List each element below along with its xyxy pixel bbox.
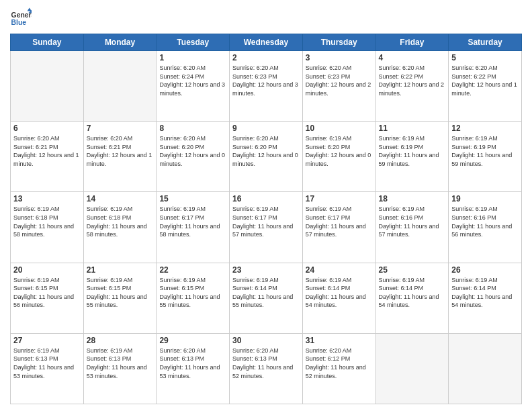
svg-text:Blue: Blue [11, 19, 27, 26]
calendar-cell: 21Sunrise: 6:19 AMSunset: 6:15 PMDayligh… [83, 263, 157, 333]
page: General Blue SundayMondayTuesdayWednesda… [0, 0, 532, 411]
calendar-header-row: SundayMondayTuesdayWednesdayThursdayFrid… [11, 34, 522, 51]
calendar-week-row: 20Sunrise: 6:19 AMSunset: 6:15 PMDayligh… [11, 263, 522, 333]
day-header-friday: Friday [375, 34, 449, 51]
calendar-cell [11, 51, 84, 122]
cell-sun-info: Sunrise: 6:20 AMSunset: 6:13 PMDaylight:… [232, 347, 300, 380]
day-number: 23 [232, 265, 300, 275]
calendar-cell: 1Sunrise: 6:20 AMSunset: 6:24 PMDaylight… [157, 51, 230, 122]
cell-sun-info: Sunrise: 6:19 AMSunset: 6:14 PMDaylight:… [451, 276, 519, 310]
calendar-cell [375, 333, 449, 404]
cell-sun-info: Sunrise: 6:20 AMSunset: 6:20 PMDaylight:… [232, 134, 300, 168]
day-number: 22 [159, 265, 226, 275]
calendar-cell: 24Sunrise: 6:19 AMSunset: 6:14 PMDayligh… [302, 263, 375, 333]
day-header-thursday: Thursday [302, 34, 375, 51]
calendar-cell: 25Sunrise: 6:19 AMSunset: 6:14 PMDayligh… [375, 263, 449, 333]
header: General Blue [10, 7, 522, 28]
calendar-cell: 27Sunrise: 6:19 AMSunset: 6:13 PMDayligh… [11, 333, 84, 404]
calendar-cell: 5Sunrise: 6:20 AMSunset: 6:22 PMDaylight… [449, 51, 522, 122]
cell-sun-info: Sunrise: 6:19 AMSunset: 6:17 PMDaylight:… [232, 205, 300, 238]
day-number: 28 [87, 336, 154, 345]
calendar-cell: 29Sunrise: 6:20 AMSunset: 6:13 PMDayligh… [157, 333, 230, 404]
calendar-cell: 14Sunrise: 6:19 AMSunset: 6:18 PMDayligh… [83, 192, 157, 263]
day-number: 20 [13, 265, 81, 275]
day-number: 7 [87, 124, 154, 133]
cell-sun-info: Sunrise: 6:20 AMSunset: 6:22 PMDaylight:… [379, 64, 446, 97]
cell-sun-info: Sunrise: 6:20 AMSunset: 6:23 PMDaylight:… [306, 64, 373, 97]
cell-sun-info: Sunrise: 6:19 AMSunset: 6:13 PMDaylight:… [87, 347, 154, 380]
cell-sun-info: Sunrise: 6:19 AMSunset: 6:16 PMDaylight:… [451, 205, 519, 238]
calendar-cell: 30Sunrise: 6:20 AMSunset: 6:13 PMDayligh… [230, 333, 303, 404]
cell-sun-info: Sunrise: 6:20 AMSunset: 6:21 PMDaylight:… [87, 134, 154, 168]
calendar-week-row: 1Sunrise: 6:20 AMSunset: 6:24 PMDaylight… [11, 51, 522, 122]
day-number: 5 [451, 53, 519, 62]
day-header-saturday: Saturday [449, 34, 522, 51]
day-number: 16 [232, 194, 300, 203]
day-number: 4 [379, 53, 446, 62]
calendar-cell: 8Sunrise: 6:20 AMSunset: 6:20 PMDaylight… [157, 122, 230, 192]
day-header-tuesday: Tuesday [157, 34, 230, 51]
cell-sun-info: Sunrise: 6:19 AMSunset: 6:19 PMDaylight:… [451, 134, 519, 168]
day-number: 27 [13, 336, 81, 345]
calendar-cell: 22Sunrise: 6:19 AMSunset: 6:15 PMDayligh… [157, 263, 230, 333]
calendar-cell: 12Sunrise: 6:19 AMSunset: 6:19 PMDayligh… [449, 122, 522, 192]
calendar-cell: 15Sunrise: 6:19 AMSunset: 6:17 PMDayligh… [157, 192, 230, 263]
day-number: 19 [451, 194, 519, 203]
logo-icon: General Blue [10, 7, 32, 28]
calendar-cell [83, 51, 157, 122]
calendar-cell: 16Sunrise: 6:19 AMSunset: 6:17 PMDayligh… [230, 192, 303, 263]
cell-sun-info: Sunrise: 6:19 AMSunset: 6:14 PMDaylight:… [232, 276, 300, 310]
cell-sun-info: Sunrise: 6:19 AMSunset: 6:18 PMDaylight:… [87, 205, 154, 238]
calendar-cell: 7Sunrise: 6:20 AMSunset: 6:21 PMDaylight… [83, 122, 157, 192]
calendar-cell: 6Sunrise: 6:20 AMSunset: 6:21 PMDaylight… [11, 122, 84, 192]
day-header-monday: Monday [83, 34, 157, 51]
cell-sun-info: Sunrise: 6:19 AMSunset: 6:14 PMDaylight:… [379, 276, 446, 310]
day-number: 17 [306, 194, 373, 203]
svg-text:General: General [11, 11, 32, 19]
calendar-cell: 11Sunrise: 6:19 AMSunset: 6:19 PMDayligh… [375, 122, 449, 192]
day-number: 3 [306, 53, 373, 62]
day-number: 10 [306, 124, 373, 133]
calendar-cell: 26Sunrise: 6:19 AMSunset: 6:14 PMDayligh… [449, 263, 522, 333]
day-number: 31 [306, 336, 373, 345]
calendar-cell: 13Sunrise: 6:19 AMSunset: 6:18 PMDayligh… [11, 192, 84, 263]
cell-sun-info: Sunrise: 6:20 AMSunset: 6:21 PMDaylight:… [13, 134, 81, 168]
cell-sun-info: Sunrise: 6:19 AMSunset: 6:19 PMDaylight:… [379, 134, 446, 168]
svg-marker-2 [28, 8, 32, 11]
cell-sun-info: Sunrise: 6:20 AMSunset: 6:23 PMDaylight:… [232, 64, 300, 97]
calendar-cell: 17Sunrise: 6:19 AMSunset: 6:17 PMDayligh… [302, 192, 375, 263]
calendar-cell: 4Sunrise: 6:20 AMSunset: 6:22 PMDaylight… [375, 51, 449, 122]
cell-sun-info: Sunrise: 6:20 AMSunset: 6:24 PMDaylight:… [159, 64, 226, 97]
calendar-week-row: 27Sunrise: 6:19 AMSunset: 6:13 PMDayligh… [11, 333, 522, 404]
day-number: 24 [306, 265, 373, 275]
day-number: 1 [159, 53, 226, 62]
day-number: 13 [13, 194, 81, 203]
day-number: 11 [379, 124, 446, 133]
calendar-week-row: 6Sunrise: 6:20 AMSunset: 6:21 PMDaylight… [11, 122, 522, 192]
cell-sun-info: Sunrise: 6:19 AMSunset: 6:17 PMDaylight:… [306, 205, 373, 238]
calendar-table: SundayMondayTuesdayWednesdayThursdayFrid… [10, 34, 522, 404]
day-number: 14 [87, 194, 154, 203]
calendar-cell: 2Sunrise: 6:20 AMSunset: 6:23 PMDaylight… [230, 51, 303, 122]
calendar-cell: 18Sunrise: 6:19 AMSunset: 6:16 PMDayligh… [375, 192, 449, 263]
logo: General Blue [10, 7, 32, 28]
cell-sun-info: Sunrise: 6:20 AMSunset: 6:20 PMDaylight:… [159, 134, 226, 168]
day-number: 6 [13, 124, 81, 133]
day-number: 9 [232, 124, 300, 133]
cell-sun-info: Sunrise: 6:19 AMSunset: 6:13 PMDaylight:… [13, 347, 81, 380]
day-number: 29 [159, 336, 226, 345]
day-number: 30 [232, 336, 300, 345]
cell-sun-info: Sunrise: 6:19 AMSunset: 6:17 PMDaylight:… [159, 205, 226, 238]
day-number: 8 [159, 124, 226, 133]
day-number: 18 [379, 194, 446, 203]
cell-sun-info: Sunrise: 6:19 AMSunset: 6:18 PMDaylight:… [13, 205, 81, 238]
cell-sun-info: Sunrise: 6:19 AMSunset: 6:15 PMDaylight:… [159, 276, 226, 310]
cell-sun-info: Sunrise: 6:19 AMSunset: 6:15 PMDaylight:… [13, 276, 81, 310]
cell-sun-info: Sunrise: 6:19 AMSunset: 6:16 PMDaylight:… [379, 205, 446, 238]
cell-sun-info: Sunrise: 6:20 AMSunset: 6:13 PMDaylight:… [159, 347, 226, 380]
calendar-cell: 3Sunrise: 6:20 AMSunset: 6:23 PMDaylight… [302, 51, 375, 122]
cell-sun-info: Sunrise: 6:19 AMSunset: 6:15 PMDaylight:… [87, 276, 154, 310]
calendar-cell [449, 333, 522, 404]
cell-sun-info: Sunrise: 6:20 AMSunset: 6:22 PMDaylight:… [451, 64, 519, 97]
calendar-cell: 28Sunrise: 6:19 AMSunset: 6:13 PMDayligh… [83, 333, 157, 404]
